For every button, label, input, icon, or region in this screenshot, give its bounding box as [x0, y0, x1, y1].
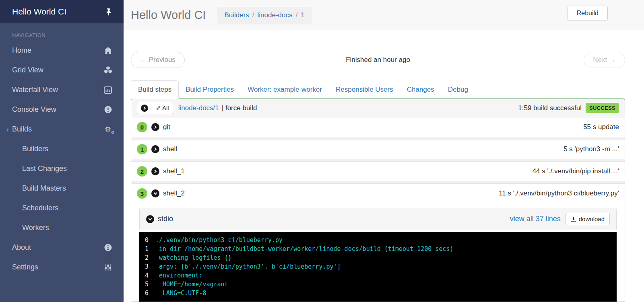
pin-sidebar-icon[interactable]: [105, 8, 112, 15]
build-tabs: Build steps Build Properties Worker: exa…: [131, 80, 625, 99]
sidebar-item-console-view[interactable]: Console View: [0, 100, 124, 119]
stdio-actions: view all 37 lines download: [510, 213, 610, 225]
step-duration-command: 5 s 'python3 -m ...': [564, 145, 619, 153]
build-result-summary: 1:59 build successful SUCCESS: [518, 103, 619, 113]
sidebar-item-settings[interactable]: Settings: [0, 257, 124, 277]
view-all-lines-link[interactable]: view all 37 lines: [510, 215, 561, 223]
step-duration-command: 11 s './.venv/bin/python3 ci/blueberry.p…: [499, 189, 619, 197]
step-expanded-area: stdio view all 37 lines download 0./.ven…: [131, 203, 625, 302]
build-step-row-shell-2[interactable]: 3 shell_2 11 s './.venv/bin/python3 ci/b…: [131, 184, 625, 203]
expand-caret-icon[interactable]: ›: [6, 125, 12, 134]
builder-build-link[interactable]: linode-docs/1: [178, 104, 219, 112]
bar-chart-icon: [103, 86, 112, 94]
page-header: Hello World CI Builders / linode-docs / …: [124, 0, 644, 30]
toggle-details-button[interactable]: [137, 102, 152, 114]
sidebar-item-workers[interactable]: Workers: [0, 218, 124, 238]
log-line: 3 argv: [b'./.venv/bin/python3', b'ci/bl…: [145, 262, 612, 271]
sliders-icon: [103, 263, 112, 271]
chevron-down-circle-icon[interactable]: [151, 189, 159, 197]
sidebar-app-title: Hello World CI: [12, 7, 66, 16]
stdio-log-output[interactable]: 0./.venv/bin/python3 ci/blueberry.py 1 i…: [139, 232, 617, 302]
step-number-badge: 0: [137, 122, 147, 132]
sidebar-item-home[interactable]: Home: [0, 41, 124, 60]
breadcrumb-separator: /: [296, 11, 298, 19]
rebuild-button[interactable]: Rebuild: [568, 6, 608, 21]
sidebar-item-builders[interactable]: Builders: [0, 139, 124, 159]
sidebar-item-builds[interactable]: › Builds ⚙⚙: [0, 119, 124, 139]
build-finished-status: Finished an hour ago: [131, 56, 625, 64]
expand-controls: All: [137, 102, 173, 114]
log-line: 6 LANG=C.UTF-8: [145, 289, 612, 298]
chevron-right-circle-icon: [141, 105, 148, 112]
tab-build-properties[interactable]: Build Properties: [179, 81, 241, 99]
stdio-header: stdio view all 37 lines download: [140, 208, 616, 230]
download-log-button[interactable]: download: [566, 213, 610, 225]
step-divider: [131, 181, 625, 184]
gears-icon: ⚙⚙: [103, 125, 112, 134]
breadcrumb-link-build-number[interactable]: 1: [301, 11, 304, 19]
step-number-badge: 1: [137, 144, 147, 154]
status-badge: SUCCESS: [586, 103, 619, 113]
expand-arrows-icon: [156, 105, 161, 111]
step-name[interactable]: git: [163, 123, 170, 131]
build-pager: Finished an hour ago ← Previous Next →: [131, 52, 625, 68]
chevron-down-circle-icon[interactable]: [146, 215, 154, 223]
sidebar-header: Hello World CI: [0, 0, 124, 23]
home-icon: [103, 47, 112, 55]
breadcrumb-separator: /: [252, 11, 254, 19]
step-duration-command: 44 s './.venv/bin/pip install ...': [533, 167, 619, 175]
build-step-row-git[interactable]: 0 git 55 s update: [131, 117, 625, 137]
build-step-row-shell[interactable]: 1 shell 5 s 'python3 -m ...': [131, 140, 625, 159]
stdio-log-title[interactable]: stdio: [158, 215, 173, 223]
build-summary-header: All linode-docs/1 | force build 1:59 bui…: [131, 99, 625, 117]
breadcrumb-link-builder[interactable]: linode-docs: [258, 11, 293, 19]
step-duration-command: 55 s update: [583, 123, 619, 131]
sidebar-item-build-masters[interactable]: Build Masters: [0, 179, 124, 198]
build-summary-panel: All linode-docs/1 | force build 1:59 bui…: [131, 99, 625, 302]
chevron-right-circle-icon[interactable]: [151, 123, 159, 131]
step-divider: [131, 159, 625, 162]
breadcrumb-link-builders[interactable]: Builders: [224, 11, 249, 19]
sidebar-item-waterfall-view[interactable]: Waterfall View: [0, 80, 124, 100]
tab-responsible-users[interactable]: Responsible Users: [329, 81, 400, 99]
tab-debug[interactable]: Debug: [441, 81, 475, 99]
cubes-icon: [103, 66, 112, 74]
log-line: 4 environment:: [145, 271, 612, 280]
breadcrumb: Builders / linode-docs / 1: [217, 7, 312, 24]
tab-worker[interactable]: Worker: example-worker: [241, 81, 329, 99]
page-title: Hello World CI: [131, 8, 206, 22]
sidebar-section-label: NAVIGATION: [0, 23, 124, 41]
build-duration-status: 1:59 build successful: [518, 104, 582, 112]
chevron-right-circle-icon[interactable]: [151, 145, 159, 153]
build-reason: | force build: [222, 104, 257, 112]
step-number-badge: 2: [137, 166, 147, 177]
exclamation-circle-icon: [103, 106, 112, 114]
log-line: 2 watching logfiles {}: [145, 253, 612, 262]
sidebar-item-schedulers[interactable]: Schedulers: [0, 198, 124, 218]
app-root: Hello World CI NAVIGATION Home Grid View…: [0, 0, 644, 302]
log-line: 5 HOME=/home/vagrant: [145, 280, 612, 289]
step-name[interactable]: shell_1: [163, 167, 185, 175]
stdio-log-panel: stdio view all 37 lines download: [139, 208, 617, 230]
tab-changes[interactable]: Changes: [400, 81, 441, 99]
tab-build-steps[interactable]: Build steps: [131, 80, 179, 99]
expand-all-button[interactable]: All: [152, 102, 173, 114]
sidebar-item-last-changes[interactable]: Last Changes: [0, 159, 124, 179]
build-step-row-shell-1[interactable]: 2 shell_1 44 s './.venv/bin/pip install …: [131, 162, 625, 181]
sidebar: Hello World CI NAVIGATION Home Grid View…: [0, 0, 124, 302]
step-number-badge: 3: [137, 188, 147, 199]
step-name[interactable]: shell: [163, 145, 177, 153]
main-content: Hello World CI Builders / linode-docs / …: [124, 0, 644, 302]
sidebar-item-grid-view[interactable]: Grid View: [0, 60, 124, 80]
log-line: 1 in dir /home/vagrant/buildbot-worker/w…: [145, 244, 612, 253]
step-name[interactable]: shell_2: [163, 189, 185, 197]
chevron-right-circle-icon[interactable]: [151, 167, 159, 175]
sidebar-item-about[interactable]: About: [0, 238, 124, 257]
log-line: 0./.venv/bin/python3 ci/blueberry.py: [145, 236, 612, 244]
download-icon: [571, 216, 576, 222]
step-divider: [131, 137, 625, 140]
info-circle-icon: [103, 244, 112, 252]
